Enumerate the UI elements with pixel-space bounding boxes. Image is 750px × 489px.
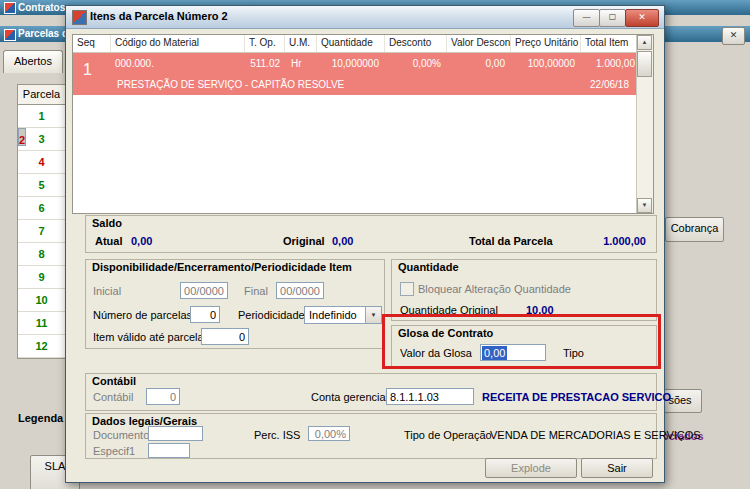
especif1-label: Especif1	[93, 445, 135, 457]
final-label: Final	[244, 285, 268, 297]
scroll-up-icon[interactable]: ▲	[637, 35, 652, 50]
numero-parcelas-input[interactable]	[190, 306, 220, 323]
disponibilidade-title: Disponibilidade/Encerramento/Periodicida…	[92, 261, 352, 273]
grid-row-values: 000.000. 511.02 Hr 10,000000 0,00% 0,00 …	[111, 58, 639, 69]
col-total-item: Total Item	[581, 35, 639, 52]
cell-data: 22/06/18	[590, 79, 629, 90]
col-valor-desconto: Valor Desconto	[447, 35, 511, 52]
col-um: U.M.	[285, 35, 317, 52]
parcela-row[interactable]: 1	[18, 105, 65, 128]
parcela-row[interactable]: 11	[18, 312, 65, 335]
cell-desconto: 0,00%	[385, 58, 447, 69]
tipo-operacao-value: VENDA DE MERCADORIAS E SERVIÇOS	[490, 429, 701, 441]
parcela-row[interactable]: 9	[18, 266, 65, 289]
col-t-op: T. Op.	[245, 35, 285, 52]
quantidade-groupbox: Quantidade Bloquear Alteração Quantidade…	[391, 259, 657, 321]
atual-value: 0,00	[131, 235, 152, 247]
item-valido-input[interactable]	[201, 328, 249, 345]
cell-quantidade: 10,000000	[317, 58, 385, 69]
item-valido-label: Item válido até parcela	[93, 331, 204, 343]
bloquear-label: Bloquear Alteração Quantidade	[418, 283, 571, 295]
parcela-number: 8	[38, 248, 44, 260]
final-input[interactable]	[276, 282, 324, 299]
glosa-groupbox: Glosa de Contrato Valor da Glosa 0,00 Ti…	[391, 325, 657, 367]
grid-header-row: Seq Código do Material T. Op. U.M. Quant…	[73, 35, 653, 53]
total-parcela-label: Total da Parcela	[469, 235, 553, 247]
explode-button[interactable]: Explode	[485, 458, 577, 478]
minimize-button[interactable]: —	[573, 9, 600, 27]
dialog-title: Itens da Parcela Número 2	[90, 10, 228, 22]
close-button[interactable]: ✕	[625, 9, 659, 27]
screen: Contratos Parcelas di ✕ Abertos Parcela …	[0, 0, 750, 489]
grid-vertical-scrollbar[interactable]: ▲ ▼	[636, 35, 653, 213]
chevron-down-icon[interactable]: ▼	[365, 307, 381, 323]
col-quantidade: Quantidade	[317, 35, 385, 52]
tipo-operacao-label: Tipo de Operação	[404, 429, 492, 441]
contabil-input[interactable]	[146, 388, 180, 405]
conta-gerencial-input[interactable]	[386, 388, 474, 405]
legenda-label: Legenda	[18, 412, 63, 424]
parcela-number: 11	[36, 317, 48, 329]
tab-abertos-label: Abertos	[14, 55, 52, 67]
cobranca-button[interactable]: Cobrança	[665, 217, 724, 242]
periodicidade-select[interactable]: Indefinido ▼	[304, 306, 382, 324]
scroll-down-icon[interactable]: ▼	[637, 198, 652, 213]
contratos-app-icon	[4, 2, 16, 14]
parcela-row[interactable]: 5	[18, 174, 65, 197]
contabil-groupbox: Contábil Contábil Conta gerencial RECEIT…	[85, 373, 657, 411]
perc-iss-input[interactable]	[308, 426, 350, 441]
parcela-column-header: Parcela	[18, 85, 65, 105]
total-parcela-value: 1.000,00	[603, 235, 646, 247]
conta-gerencial-desc: RECEITA DE PRESTACAO SERVICO	[482, 391, 671, 403]
background-close-button[interactable]: ✕	[722, 27, 745, 45]
parcela-row[interactable]: 7	[18, 220, 65, 243]
cell-um: Hr	[285, 58, 317, 69]
disponibilidade-groupbox: Disponibilidade/Encerramento/Periodicida…	[85, 259, 385, 349]
cell-descricao: PRESTAÇÃO DE SERVIÇO - CAPITÃO RESOLVE	[117, 79, 344, 90]
inicial-label: Inicial	[93, 285, 121, 297]
saldo-title: Saldo	[92, 217, 122, 229]
inicial-input[interactable]	[180, 282, 228, 299]
parcela-row[interactable]: 8	[18, 243, 65, 266]
contabil-title: Contábil	[92, 375, 136, 387]
parcela-number: 3	[38, 133, 44, 145]
dialog-icon	[72, 10, 87, 25]
parcela-number: 1	[38, 110, 44, 122]
contabil-label: Contábil	[93, 391, 133, 403]
col-seq: Seq	[73, 35, 111, 52]
grid-row-selected[interactable]: 1 000.000. 511.02 Hr 10,000000 0,00% 0,0…	[73, 53, 637, 95]
valor-glosa-label: Valor da Glosa	[400, 347, 472, 359]
parcela-row[interactable]: 4	[18, 151, 65, 174]
documento-input[interactable]	[148, 426, 203, 441]
dialog-titlebar[interactable]: Itens da Parcela Número 2 — ▢ ✕	[66, 6, 664, 29]
conta-gerencial-label: Conta gerencial	[311, 391, 388, 403]
parcela-number: 6	[38, 202, 44, 214]
parcela-row[interactable]: 12	[18, 335, 65, 358]
periodicidade-value: Indefinido	[309, 309, 357, 321]
parcela-number: 4	[38, 156, 44, 168]
original-value: 0,00	[332, 235, 353, 247]
parcelas-panel-icon	[4, 29, 16, 41]
parcela-row[interactable]: 10	[18, 289, 65, 312]
saldo-groupbox: Saldo Atual 0,00 Original 0,00 Total da …	[85, 215, 657, 253]
parcela-row[interactable]: 6	[18, 197, 65, 220]
valor-glosa-input[interactable]: 0,00	[480, 344, 546, 361]
parcela-number: 10	[35, 294, 47, 306]
col-codigo-material: Código do Material	[111, 35, 245, 52]
especif1-input[interactable]	[148, 443, 190, 458]
periodicidade-label: Periodicidade	[238, 309, 305, 321]
dialog-body: Seq Código do Material T. Op. U.M. Quant…	[66, 29, 664, 482]
quantidade-original-label: Quantidade Original	[400, 304, 498, 316]
sair-button[interactable]: Sair	[581, 458, 653, 478]
maximize-button[interactable]: ▢	[599, 9, 626, 27]
documento-label: Documento	[93, 429, 149, 441]
cell-t-op: 511.02	[245, 58, 285, 69]
scrollbar-thumb[interactable]	[637, 51, 652, 77]
parcelas-panel-title: Parcelas di	[18, 26, 71, 42]
itens-parcela-dialog: Itens da Parcela Número 2 — ▢ ✕ Seq Códi…	[65, 5, 665, 483]
bloquear-checkbox[interactable]	[400, 282, 414, 296]
parcela-row-selected[interactable]: 2	[18, 128, 26, 146]
quantidade-original-value: 10,00	[526, 304, 554, 316]
tab-abertos[interactable]: Abertos	[3, 50, 63, 73]
cell-codigo-material: 000.000.	[111, 58, 245, 69]
